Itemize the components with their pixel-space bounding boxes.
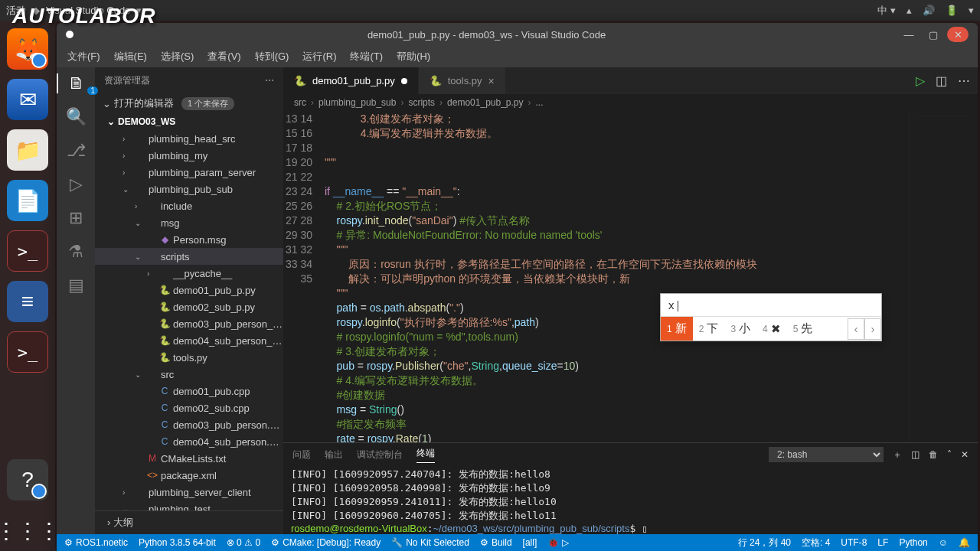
status-lang[interactable]: Python [899,537,927,548]
activities[interactable]: 活动 [6,4,26,18]
split-terminal-icon[interactable]: ◫ [911,449,920,460]
status-spaces[interactable]: 空格: 4 [802,536,830,549]
tree-item[interactable]: ›plumbing_my [95,147,283,164]
status-encoding[interactable]: UTF-8 [841,537,867,548]
tree-item[interactable]: Cdemo04_sub_person.cpp [95,433,283,450]
tab-demo01[interactable]: 🐍 demo01_pub_p.py [283,67,419,94]
ime-candidate-1[interactable]: 1新 [661,317,693,341]
ime-candidate-4[interactable]: 4✖ [756,318,787,341]
chevron-down-icon[interactable]: ⌄ [103,98,111,109]
terminal-shell-select[interactable]: 2: bash [769,447,884,462]
launcher-thunderbird[interactable]: ✉ [7,79,48,120]
activity-testing-icon[interactable]: ⚗ [68,242,83,262]
tab-tools[interactable]: 🐍 tools.py × [419,67,506,94]
status-problems[interactable]: ⊗ 0 ⚠ 0 [227,537,260,548]
sidebar-more-icon[interactable]: ⋯ [265,75,274,86]
panel-tab-problems[interactable]: 问题 [292,448,311,461]
tree-item[interactable]: Cdemo03_pub_person.cpp [95,416,283,433]
open-editors-label[interactable]: 打开的编辑器 [114,96,174,110]
launcher-office[interactable]: 📄 [7,180,48,221]
status-build[interactable]: ⚙ Build [480,537,512,548]
ime-candidate-3[interactable]: 3小 [724,317,756,341]
tree-item[interactable]: ›plumbing_param_server [95,164,283,181]
launcher-apps-grid[interactable]: ⋮⋮⋮ [7,510,48,551]
status-debug-launch-icon[interactable]: 🐞 ▷ [547,537,568,548]
ime-prev-icon[interactable]: ‹ [848,318,864,340]
activity-debug-icon[interactable]: ▷ [70,174,83,194]
menu-select[interactable]: 选择(S) [155,48,200,65]
ime-next-icon[interactable]: › [864,318,881,340]
run-icon[interactable]: ▷ [916,73,925,88]
status-python[interactable]: Python 3.8.5 64-bit [139,537,216,548]
status-cmake[interactable]: ⚙ CMake: [Debug]: Ready [271,537,381,548]
tree-item[interactable]: ›include [95,197,283,214]
new-terminal-icon[interactable]: ＋ [893,448,902,461]
panel-close-icon[interactable]: ✕ [961,449,969,460]
activity-misc-icon[interactable]: ▤ [68,276,84,295]
ime-candidate-2[interactable]: 2下 [693,317,725,341]
system-menu[interactable]: ▾ [969,5,974,16]
chevron-down-icon[interactable]: ⌄ [107,116,115,127]
launcher-vscode[interactable]: ≡ [7,281,48,322]
menu-help[interactable]: 帮助(H) [390,48,436,65]
status-target[interactable]: [all] [523,537,537,548]
volume-icon[interactable]: 🔊 [923,5,935,16]
launcher-terminal-2[interactable]: >_ [7,331,48,373]
tree-item[interactable]: Cdemo01_pub.cpp [95,383,283,399]
panel-tab-output[interactable]: 输出 [325,448,343,461]
tree-item[interactable]: ⌄src [95,366,283,383]
breadcrumb[interactable]: src› plumbing_pub_sub› scripts› demo01_p… [283,94,978,111]
tree-item[interactable]: ◆Person.msg [95,231,283,248]
minimap[interactable] [909,111,978,442]
status-eol[interactable]: LF [877,537,888,548]
network-icon[interactable]: ▴ [906,5,912,16]
status-ros[interactable]: ⚙ ROS1.noetic [64,537,128,548]
status-feedback-icon[interactable]: ☺ [939,537,948,548]
panel-tab-debug[interactable]: 调试控制台 [357,448,403,461]
menu-view[interactable]: 查看(V) [201,48,247,65]
menu-file[interactable]: 文件(F) [61,48,106,65]
panel-tab-terminal[interactable]: 终端 [416,447,435,463]
status-bell-icon[interactable]: 🔔 [959,537,970,548]
tree-item[interactable]: 🐍tools.py [95,349,283,366]
tree-item[interactable]: ›plumbing_server_client [95,484,283,500]
close-tab-icon[interactable]: × [488,75,495,87]
split-editor-icon[interactable]: ◫ [936,73,947,88]
activity-extensions-icon[interactable]: ⊞ [69,208,83,228]
menu-run[interactable]: 运行(R) [296,48,342,65]
activity-scm-icon[interactable]: ⎇ [67,141,86,161]
tree-item[interactable]: <>package.xml [95,467,283,484]
status-position[interactable]: 行 24，列 40 [738,536,791,549]
launcher-files[interactable]: 📁 [7,129,48,171]
menu-terminal[interactable]: 终端(T) [344,48,389,65]
close-button[interactable]: ✕ [947,27,969,42]
launcher-help[interactable]: ? [7,459,48,500]
status-kit[interactable]: 🔧 No Kit Selected [391,537,469,548]
ime-candidate-5[interactable]: 5先 [787,317,819,341]
maximize-button[interactable]: ▢ [923,27,944,42]
tree-item[interactable]: ⌄msg [95,214,283,231]
tree-item[interactable]: ⌄plumbing_pub_sub [95,181,283,197]
more-icon[interactable]: ⋯ [958,73,970,88]
tree-item[interactable]: ⌄scripts [95,248,283,265]
minimize-button[interactable]: — [898,27,920,42]
tree-item[interactable]: 🐍demo04_sub_person_p.py [95,332,283,349]
activity-search-icon[interactable]: 🔍 [66,107,87,127]
tree-item[interactable]: 🐍demo01_pub_p.py [95,282,283,298]
launcher-terminal[interactable]: >_ [7,230,48,272]
activity-explorer-icon[interactable]: 🗎 [57,73,95,93]
ime-indicator[interactable]: 中 ▾ [877,4,896,18]
tree-item[interactable]: ›plumbing_head_src [95,130,283,147]
battery-icon[interactable]: 🔋 [946,5,958,16]
tree-item[interactable]: Cdemo02_sub.cpp [95,399,283,416]
tree-item[interactable]: ›__pycache__ [95,265,283,282]
tree-item[interactable]: 🐍demo03_pub_person_p.py [95,315,283,332]
code-editor[interactable]: 13 14 15 16 17 18 19 20 21 22 23 24 25 2… [283,111,978,442]
kill-terminal-icon[interactable]: 🗑 [929,449,938,460]
menu-edit[interactable]: 编辑(E) [108,48,153,65]
panel-maximize-icon[interactable]: ˄ [947,449,952,460]
terminal-output[interactable]: [INFO] [1609920957.240704]: 发布的数据:hello8… [283,466,978,534]
tree-item[interactable]: MCMakeLists.txt [95,450,283,467]
tree-item[interactable]: ⌄plumbing_test [95,500,283,510]
workspace-name[interactable]: DEMO03_WS [118,116,175,127]
